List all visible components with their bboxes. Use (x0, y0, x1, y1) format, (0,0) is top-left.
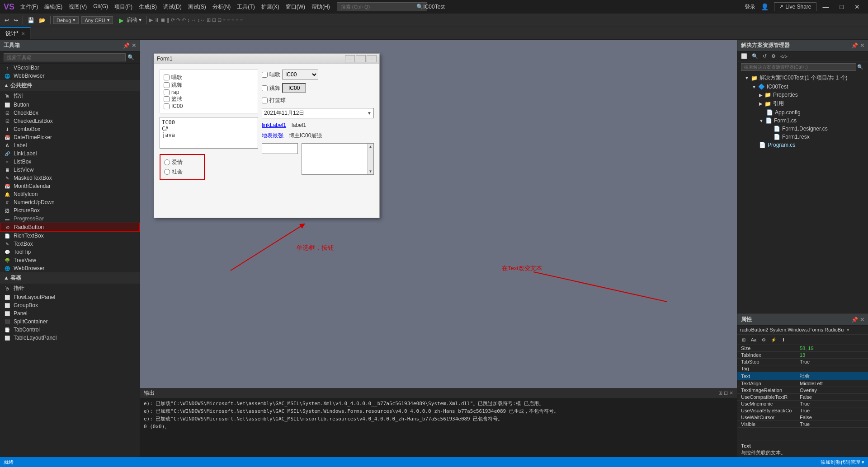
list-item[interactable]: 🔔NotifyIcon (0, 190, 140, 198)
list-item[interactable]: ⬜GroupBox (0, 301, 140, 309)
prop-row-text[interactable]: Text 社会 (737, 372, 868, 380)
checkbox-singing[interactable]: 唱歌 (164, 74, 254, 81)
search-box[interactable]: 🔍 (337, 2, 427, 11)
prop-row[interactable]: UseVisualStyleBackCo True (737, 407, 868, 414)
open-button[interactable]: 📂 (37, 16, 47, 24)
list-item[interactable]: ⬜Panel (0, 309, 140, 318)
checkbox-basketball-right[interactable] (262, 98, 268, 103)
sol-tree-item[interactable]: ▶ 📁 Properties (737, 91, 868, 99)
list-item[interactable]: ✎TextBox (0, 240, 140, 248)
maximize-button[interactable]: □ (835, 2, 848, 11)
prop-row[interactable]: UseMnemonic True (737, 401, 868, 407)
designer-canvas[interactable]: Form1 — □ ✕ 唱歌 (140, 40, 737, 388)
checkbox-dancing-right[interactable] (262, 85, 268, 91)
list-item[interactable]: 📅DateTimePicker (0, 133, 140, 141)
checkbox-basketball[interactable]: 篮球 (164, 95, 254, 103)
prop-row[interactable]: Size 58, 19 (737, 345, 868, 352)
menu-edit[interactable]: 编辑(E) (41, 1, 66, 13)
sol-tree-item[interactable]: ▼ 📁 解决方案'IC00Test'(1 个项目/共 1 个) (737, 73, 868, 83)
toolbox-section-public[interactable]: ▲ 公共控件 (0, 80, 140, 91)
sol-tree-item[interactable]: ▼ 🔷 IC00Test (737, 83, 868, 91)
sol-tree-item[interactable]: 📄 App.config (737, 108, 868, 117)
list-item[interactable]: 🌐WebBrowser (0, 72, 140, 80)
menu-extensions[interactable]: 扩展(X) (258, 1, 283, 13)
list-item[interactable]: 💬ToolTip (0, 248, 140, 256)
menu-debug[interactable]: 调试(D) (160, 1, 185, 13)
list-item[interactable]: ⬛SplitContainer (0, 318, 140, 326)
list-item[interactable]: ⬜FlowLayoutPanel (0, 293, 140, 301)
menu-view[interactable]: 视图(V) (66, 1, 90, 13)
list-item[interactable]: ALabel (0, 141, 140, 149)
toolbox-pin-icon[interactable]: 📌 (123, 42, 130, 49)
list-item[interactable]: 📑TabControl (0, 326, 140, 334)
list-item[interactable]: ☑CheckBox (0, 109, 140, 117)
undo-button[interactable]: ↩ (3, 16, 11, 24)
tab-designer-close[interactable]: ✕ (21, 31, 25, 36)
list-item[interactable]: ✎MaskedTextBox (0, 174, 140, 182)
list-item[interactable]: ⬇ComboBox (0, 125, 140, 133)
list-item[interactable]: 🖱指针 (0, 91, 140, 101)
link-label1[interactable]: linkLabel1 (262, 122, 286, 128)
menu-project[interactable]: 项目(P) (111, 1, 136, 13)
menu-tools[interactable]: 工具(T) (234, 1, 258, 13)
close-button[interactable]: ✕ (850, 2, 864, 11)
start-button[interactable]: 启动 ▾ (125, 15, 143, 25)
add-to-source-control[interactable]: 添加到源代码管理 ▾ (821, 459, 864, 466)
list-item[interactable]: ≡ListBox (0, 158, 140, 166)
list-item[interactable]: 📅MonthCalendar (0, 182, 140, 190)
cpu-dropdown[interactable]: Any CPU ▾ (81, 16, 113, 24)
menu-build[interactable]: 生成(B) (136, 1, 160, 13)
combo-ic00[interactable]: IC00 (282, 70, 318, 79)
list-item[interactable]: 🔗LinkLabel (0, 149, 140, 158)
menu-analyze[interactable]: 分析(N) (209, 1, 234, 13)
list-item[interactable]: 🖼PictureBox (0, 206, 140, 215)
prop-row[interactable]: TabStop True (737, 359, 868, 365)
prop-row[interactable]: UseCompatibleTextR False (737, 394, 868, 401)
save-button[interactable]: 💾 (26, 16, 36, 24)
minimize-button[interactable]: — (818, 2, 834, 11)
checkbox-rap[interactable]: rap (164, 89, 254, 95)
sol-toolbar-btn5[interactable]: </> (778, 53, 789, 60)
list-item[interactable]: ☑CheckedListBox (0, 117, 140, 125)
prop-row[interactable]: UseWaitCursor False (737, 414, 868, 421)
sol-toolbar-btn[interactable]: ⬜ (739, 52, 749, 60)
prop-tool-cat[interactable]: ⊞ (739, 336, 748, 344)
sol-tree-item[interactable]: 📄 Program.cs (737, 141, 868, 149)
menu-git[interactable]: Git(G) (90, 1, 111, 13)
sol-tree-item[interactable]: 📄 Form1.resx (737, 133, 868, 141)
sol-toolbar-btn4[interactable]: ⚙ (769, 52, 778, 60)
prop-row[interactable]: TextImageRelation Overlay (737, 387, 868, 394)
list-item[interactable]: 🌐WebBrowser (0, 264, 140, 272)
form-close-button[interactable]: ✕ (367, 55, 377, 62)
redo-button[interactable]: ↪ (12, 16, 20, 24)
prop-row[interactable]: TabIndex 13 (737, 352, 868, 359)
list-item[interactable]: ⬜Button (0, 101, 140, 109)
radio-love[interactable]: 爱情 (164, 159, 200, 166)
sol-toolbar-btn2[interactable]: 🔍 (750, 52, 760, 60)
debug-mode-dropdown[interactable]: Debug ▾ (53, 16, 79, 24)
tab-designer[interactable]: 设计* ✕ (0, 27, 31, 39)
date-picker[interactable]: 2021年11月12日 ▼ (262, 108, 374, 118)
prop-tool-alpha[interactable]: Aa (749, 336, 758, 344)
prop-row[interactable]: Visible True (737, 421, 868, 428)
menu-window[interactable]: 窗口(W) (283, 1, 308, 13)
list-item[interactable]: ⬜TableLayoutPanel (0, 334, 140, 342)
solution-search-input[interactable] (741, 63, 856, 71)
live-share-button[interactable]: ↗ Live Share (774, 2, 816, 11)
link-label2[interactable]: 地表最强 (262, 132, 283, 140)
toolbox-section-containers[interactable]: ▲ 容器 (0, 272, 140, 284)
prop-tool-info[interactable]: ℹ (779, 336, 788, 344)
menu-test[interactable]: 测试(S) (185, 1, 209, 13)
prop-row[interactable]: Tag (737, 365, 868, 372)
form-minimize-button[interactable]: — (345, 55, 355, 62)
prop-pin-icon[interactable]: 📌 (851, 317, 858, 323)
list-item-radiobutton[interactable]: ⊙RadioButton (0, 223, 140, 232)
sol-tree-item[interactable]: ▼ 📄 Form1.cs (737, 117, 868, 125)
listbox-preview[interactable]: IC00 C# java (160, 117, 258, 149)
login-button[interactable]: 登录 (741, 2, 759, 12)
list-item[interactable]: ↕VScrollBar (0, 64, 140, 72)
sol-pin-icon[interactable]: 📌 (851, 42, 858, 49)
list-item-progressbar[interactable]: ▬ProgressBar (0, 215, 140, 223)
sol-tree-item[interactable]: 📄 Form1.Designer.cs (737, 125, 868, 133)
prop-close-icon[interactable]: ✕ (860, 317, 864, 323)
